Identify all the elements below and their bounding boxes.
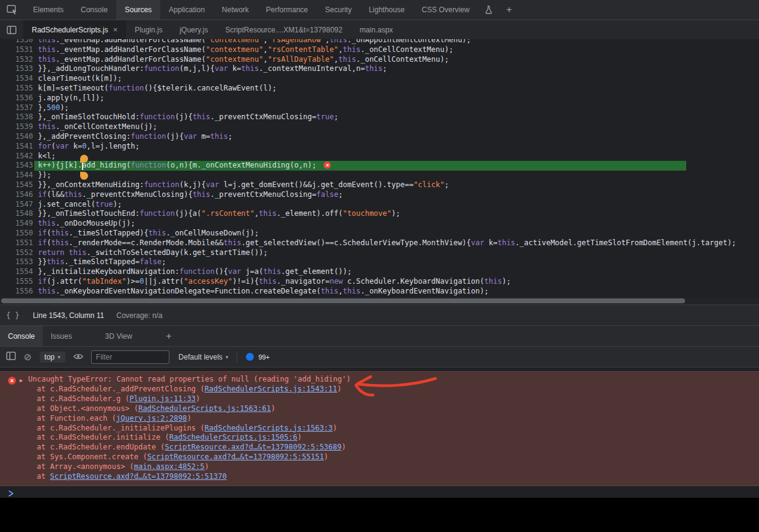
code-text[interactable]: this._onKeyboardEventNavigationDelegate=… [33,287,489,295]
line-number[interactable]: 1534 [0,74,33,84]
drawer-tab[interactable]: Issues [43,326,80,346]
code-text[interactable]: },500); [33,103,69,112]
code-text[interactable]: k[m]=setTimeout(function(){$telerik.canc… [33,84,276,92]
line-number[interactable]: 1543 [0,161,33,171]
main-tab[interactable]: Console [72,0,116,20]
line-number[interactable]: 1547 [0,200,33,210]
more-panels-button[interactable]: + [499,4,519,15]
code-text[interactable]: }},_addLongTouchHandler:function(m,j,l){… [33,64,387,73]
code-text[interactable]: k++){j[k].add_hiding(function(o,n){m._on… [33,161,320,169]
code-text[interactable]: },_addPreventClosing:function(j){var m=t… [33,132,232,141]
code-text[interactable]: }},_onContextMenuHiding:function(k,j){va… [33,180,449,189]
line-number[interactable]: 1555 [0,277,33,287]
line-number[interactable]: 1530 [0,39,33,45]
source-link[interactable]: jQuery.js:2:2898 [116,414,187,423]
line-number[interactable]: 1552 [0,248,33,258]
code-text[interactable]: j.set_cancel(true); [33,200,122,209]
source-link[interactable]: ScriptResource.axd?d…&t=13798092:5:53689 [165,443,342,451]
navigator-panel-icon[interactable] [0,20,23,39]
line-number[interactable]: 1542 [0,152,33,161]
line-number[interactable]: 1532 [0,55,33,65]
source-link[interactable]: RadSchedulerScripts.js:1543:11 [205,385,338,393]
code-text[interactable]: this._onDocMouseUp(j); [33,219,135,227]
code-text[interactable]: if(this._renderMode==c.RenderMode.Mobile… [33,238,736,247]
code-text[interactable]: }); [33,171,51,179]
code-text[interactable]: }},_onTimeSlotTouchEnd:function(j){a(".r… [33,209,400,218]
drawer-tab[interactable]: 3D View [97,326,140,346]
line-number[interactable]: 1541 [0,142,33,152]
close-icon[interactable]: × [113,26,118,34]
source-link[interactable]: ScriptResource.axd?d…&t=13798092:5:51370 [50,472,227,481]
line-number[interactable]: 1533 [0,64,33,74]
pretty-print-button[interactable]: { } [6,311,20,320]
line-number[interactable]: 1531 [0,45,33,55]
file-tab[interactable]: RadSchedulerScripts.js× [23,20,126,39]
main-tab[interactable]: Application [160,0,213,20]
console-filter-input[interactable] [91,350,169,364]
expand-triangle-icon[interactable]: ▶ [20,376,23,386]
source-link[interactable]: main.aspx:4852:5 [134,462,205,471]
scrollbar-thumb[interactable] [1,298,685,303]
line-number[interactable]: 1536 [0,94,33,103]
code-text[interactable]: if(l&&this._preventCtxMenuClosing){this.… [33,190,343,199]
line-number[interactable]: 1546 [0,190,33,200]
file-tab[interactable]: ScriptResource....XM1&t=13798092 [217,20,351,39]
main-tab[interactable]: Security [317,0,360,20]
code-text[interactable]: k<l; [33,152,56,160]
code-text[interactable]: j.apply(n,[l]); [33,94,104,102]
main-tab[interactable]: Lighthouse [360,0,413,20]
live-expression-eye-icon[interactable] [73,352,83,363]
main-tab[interactable]: Performance [257,0,317,20]
source-link[interactable]: RadSchedulerScripts.js:1563:61 [138,404,271,413]
source-link[interactable]: Plugin.js:11:33 [130,394,196,403]
code-text[interactable]: this._onCellContextMenu(j); [33,122,157,131]
code-text[interactable]: },_initializeKeyboardNavigation:function… [33,267,352,276]
line-number[interactable]: 1544 [0,171,33,180]
line-number[interactable]: 1538 [0,113,33,122]
console-prompt[interactable] [0,486,759,499]
line-number[interactable]: 1553 [0,257,33,267]
code-text[interactable]: },_onTimeSlotTouchHold:function(j){this.… [33,113,338,121]
line-number[interactable]: 1548 [0,209,33,219]
code-text[interactable]: for(var k=0,l=j.length; [33,142,139,150]
code-text[interactable]: if(j.attr("tabIndex")>=0||j.attr("access… [33,277,511,286]
main-tab[interactable]: CSS Overview [413,0,478,20]
code-text[interactable]: if(this._timeSlotTapped){this._onCellMou… [33,229,259,237]
line-number[interactable]: 1537 [0,103,33,113]
code-text[interactable]: this._eventMap.addHandlerForClassName("c… [33,45,453,54]
code-text[interactable]: clearTimeout(k[m]); [33,74,122,83]
drawer-tab[interactable]: Console [0,326,43,346]
selection-handle[interactable] [80,155,88,163]
line-number[interactable]: 1551 [0,238,33,248]
code-text[interactable]: }}this._timeSlotTapped=false; [33,257,166,266]
file-tab[interactable]: jQuery.js [171,20,217,39]
line-number[interactable]: 1545 [0,180,33,190]
log-levels-dropdown[interactable]: Default levels ▾ [179,353,229,361]
line-number[interactable]: 1540 [0,132,33,142]
line-number[interactable]: 1539 [0,122,33,132]
code-text[interactable]: this._eventMap.addHandlerForClassName("c… [33,39,471,44]
code-editor[interactable]: 1530this._eventMap.addHandlerForClassNam… [0,39,759,297]
issues-icon[interactable] [246,353,254,361]
line-number[interactable]: 1535 [0,84,33,94]
context-selector[interactable]: top ▾ [40,352,65,363]
console-sidebar-icon[interactable] [6,352,16,363]
source-link[interactable]: RadSchedulerScripts.js:1563:3 [205,424,333,432]
file-tab[interactable]: main.aspx [351,20,402,39]
code-text[interactable]: this._eventMap.addHandlerForClassName("c… [33,55,449,64]
line-number[interactable]: 1549 [0,219,33,229]
main-tab[interactable]: Sources [116,0,160,20]
add-drawer-tab-button[interactable]: + [158,331,179,342]
source-link[interactable]: ScriptResource.axd?d…&t=13798092:5:55151 [147,453,324,461]
inspect-icon[interactable] [0,0,24,20]
clear-console-icon[interactable]: ⊘ [24,352,32,363]
line-number[interactable]: 1550 [0,229,33,238]
source-link[interactable]: RadSchedulerScripts.js:1505:6 [169,433,298,441]
main-tab[interactable]: Network [213,0,257,20]
line-number[interactable]: 1556 [0,287,33,297]
selection-handle[interactable] [80,172,88,180]
main-tab[interactable]: Elements [24,0,72,20]
line-number[interactable]: 1554 [0,267,33,277]
code-text[interactable]: return this._switchToSelectedDay(k.get_s… [33,248,268,257]
file-tab[interactable]: Plugin.js [126,20,171,39]
